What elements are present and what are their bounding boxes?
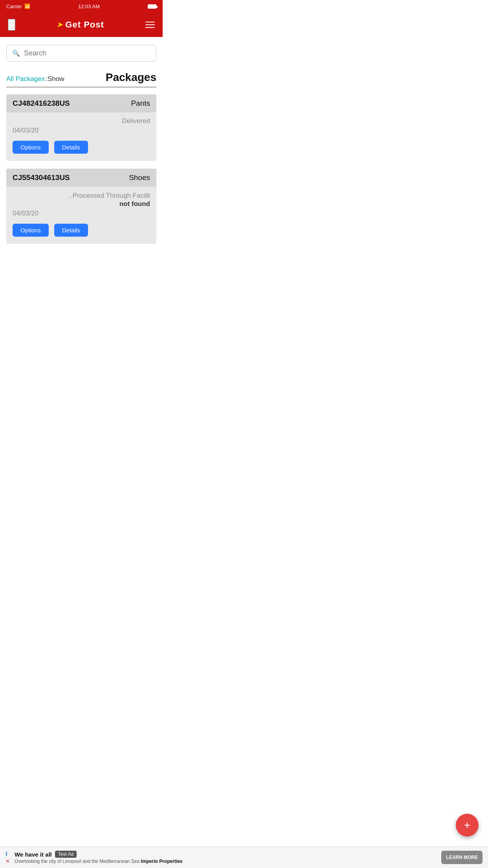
- search-icon: 🔍: [12, 50, 20, 57]
- package-card: CJ554304613US Shoes ..Processed Through …: [6, 169, 156, 244]
- package-date: 04/03/20: [13, 127, 150, 134]
- package-tracking-number: CJ482416238US: [13, 99, 70, 108]
- app-title: ➤ Get Post: [57, 20, 104, 30]
- hamburger-line-1: [145, 22, 155, 22]
- packages-filter: All Packages :Show: [6, 75, 64, 83]
- package-actions: Options Details: [13, 224, 150, 237]
- wifi-icon: 📶: [24, 4, 30, 9]
- hamburger-line-3: [145, 27, 155, 28]
- package-status-extra: not found: [69, 200, 150, 208]
- package-card-header: CJ482416238US Pants: [6, 94, 156, 112]
- package-status-row: ..Processed Through Facilit not found: [13, 191, 150, 208]
- package-status-row: Delivered: [13, 117, 150, 125]
- package-card-body: Delivered 04/03/20 Options Details: [6, 112, 156, 161]
- packages-title: Packages: [106, 71, 156, 84]
- package-card-header: CJ554304613US Shoes: [6, 169, 156, 187]
- status-left: Carrier 📶: [6, 4, 30, 9]
- details-button[interactable]: Details: [54, 141, 88, 154]
- search-container: 🔍: [6, 45, 156, 62]
- package-tracking-number: CJ554304613US: [13, 173, 70, 182]
- header-add-button[interactable]: +: [8, 19, 15, 31]
- packages-header: All Packages :Show Packages: [6, 71, 156, 87]
- filter-show-label: :Show: [46, 75, 64, 83]
- carrier-label: Carrier: [6, 4, 22, 9]
- app-header: + ➤ Get Post: [0, 13, 163, 37]
- package-status: Delivered: [122, 117, 150, 125]
- package-item-name: Shoes: [129, 173, 150, 182]
- hamburger-menu-button[interactable]: [145, 22, 155, 28]
- package-status: ..Processed Through Facilit: [69, 191, 150, 200]
- battery-icon: [148, 4, 156, 9]
- app-title-text: Get Post: [65, 20, 104, 30]
- title-arrow-icon: ➤: [57, 20, 63, 29]
- hamburger-line-2: [145, 24, 155, 25]
- status-bar: Carrier 📶 12:03 AM: [0, 0, 163, 13]
- package-card: CJ482416238US Pants Delivered 04/03/20 O…: [6, 94, 156, 161]
- time-label: 12:03 AM: [78, 4, 100, 9]
- all-packages-link[interactable]: All Packages: [6, 75, 45, 83]
- package-card-body: ..Processed Through Facilit not found 04…: [6, 187, 156, 244]
- options-button[interactable]: Options: [13, 224, 49, 237]
- main-content: 🔍 All Packages :Show Packages CJ48241623…: [0, 37, 163, 259]
- search-input[interactable]: [24, 49, 150, 57]
- package-item-name: Pants: [131, 99, 150, 108]
- details-button[interactable]: Details: [54, 224, 88, 237]
- options-button[interactable]: Options: [13, 141, 49, 154]
- package-date: 04/03/20: [13, 210, 150, 217]
- package-actions: Options Details: [13, 141, 150, 154]
